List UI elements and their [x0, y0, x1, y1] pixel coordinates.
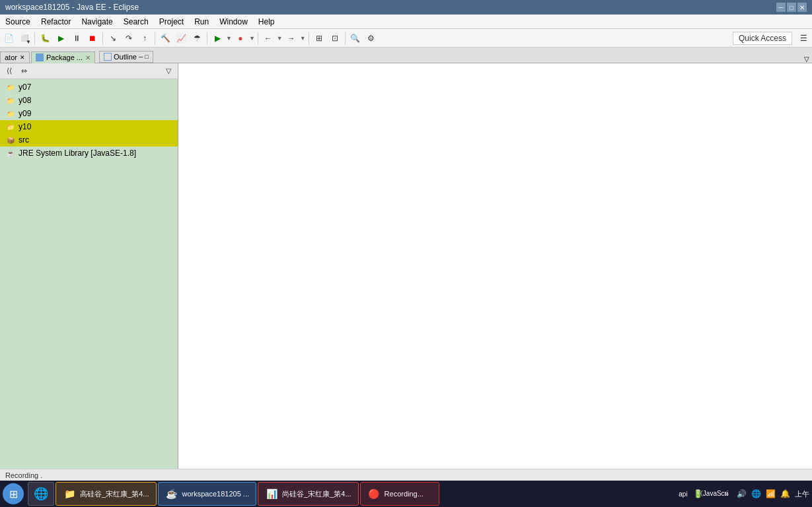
window-title: workspace181205 - Java EE - Eclipse — [5, 3, 776, 12]
tree-item-y08[interactable]: 📁 y08 — [0, 94, 178, 107]
menu-navigate[interactable]: Navigate — [76, 15, 118, 28]
toolbar-step-return-button[interactable]: ↑ — [137, 31, 152, 46]
tray-api-label: api — [677, 488, 689, 500]
menu-project[interactable]: Project — [154, 15, 189, 28]
taskbar-folder-icon: 📁 — [63, 487, 76, 500]
taskbar-eclipse-icon: ☕ — [165, 487, 178, 500]
library-icon-jre: ☕ — [5, 148, 16, 158]
tab-outline-maximize-button[interactable]: □ — [145, 53, 148, 60]
start-button[interactable]: ⊞ — [3, 483, 24, 504]
toolbar-pause-button[interactable]: ⏸ — [69, 31, 84, 46]
toolbar-perspective-icon[interactable]: ☰ — [796, 31, 811, 46]
toolbar-view-button[interactable]: ⊡ — [328, 31, 342, 46]
chrome-icon: 🌐 — [34, 487, 48, 501]
toolbar-build-button[interactable]: 🔨 — [158, 31, 172, 46]
menu-run[interactable]: Run — [189, 15, 214, 28]
tray-network-icon[interactable]: 🌐 — [750, 488, 762, 500]
tray-volume-icon[interactable]: 🔊 — [735, 488, 747, 500]
toolbar-ext-button2[interactable]: ● — [233, 31, 248, 46]
toolbar-more-button[interactable]: ⚙ — [364, 31, 379, 46]
package-explorer-icon — [36, 53, 44, 61]
close-button[interactable]: ✕ — [797, 3, 807, 12]
editor-area — [178, 63, 812, 469]
outline-icon — [104, 53, 112, 61]
minimize-button[interactable]: ─ — [776, 3, 786, 12]
taskbar-item-eclipse[interactable]: ☕ workspace181205 ... — [158, 482, 257, 506]
link-with-editor-button[interactable]: ⇔ — [17, 65, 30, 78]
toolbar-debug-button[interactable]: 🐛 — [38, 31, 52, 46]
toolbar-coverage-button[interactable]: ☂ — [190, 31, 204, 46]
panel-tabs-bar: ator ✕ Package ... ✕ Outline ─ □ ▽ — [0, 48, 812, 63]
tab-navigator-icon: ✕ — [20, 54, 25, 61]
recording-status: Recording . — [5, 471, 42, 479]
toolbar-search-button[interactable]: 🔍 — [348, 31, 363, 46]
toolbar-step-over-button[interactable]: ↷ — [122, 31, 136, 46]
menu-help[interactable]: Help — [253, 15, 280, 28]
toolbar-sep-6 — [309, 32, 309, 44]
toolbar-sep-5 — [258, 32, 258, 44]
toolbar-perspective-button[interactable]: ⊞ — [312, 31, 326, 46]
menu-bar: Source Refactor Navigate Search Project … — [0, 15, 812, 29]
tray-chevron-icon[interactable]: » — [721, 488, 733, 500]
toolbar-run-button[interactable]: ▶ — [54, 31, 68, 46]
tree-item-y10[interactable]: 📁 y10 — [0, 120, 178, 133]
taskbar-item-folder[interactable]: 📁 高硅谷_宋红康_第4... — [55, 482, 157, 506]
tree-item-y07[interactable]: 📁 y07 — [0, 81, 178, 94]
menu-search[interactable]: Search — [118, 15, 154, 28]
tree-item-y08-label: y08 — [18, 96, 31, 105]
package-explorer-toolbar: ⟨⟨ ⇔ ▽ — [0, 63, 178, 79]
tab-outline[interactable]: Outline ─ □ — [99, 51, 153, 63]
package-icon-src: 📦 — [5, 135, 16, 145]
toolbar-profile-button[interactable]: 📈 — [174, 31, 188, 46]
tray-wifi-icon[interactable]: 📶 — [764, 488, 776, 500]
taskbar-ppt-icon: 📊 — [265, 487, 278, 500]
system-tray: api 🔋 《JavaScri » 🔊 🌐 📶 🔔 — [677, 488, 791, 500]
folder-icon-y09: 📁 — [5, 108, 16, 119]
window-controls: ─ □ ✕ — [776, 3, 807, 12]
taskbar-tray-area: api 🔋 《JavaScri » 🔊 🌐 📶 🔔 上午 — [677, 488, 809, 500]
collapse-all-button[interactable]: ⟨⟨ — [3, 65, 16, 78]
folder-icon-y08: 📁 — [5, 95, 16, 106]
taskbar-folder-label: 高硅谷_宋红康_第4... — [80, 489, 149, 499]
tab-outline-label: Outline — [114, 53, 137, 61]
tab-navigator[interactable]: ator ✕ — [0, 51, 30, 63]
system-clock[interactable]: 上午 — [795, 489, 809, 499]
maximize-button[interactable]: □ — [787, 3, 796, 12]
taskbar-item-ppt[interactable]: 📊 尚硅谷_宋红康_第4... — [258, 482, 359, 506]
view-menu-button[interactable]: ▽ — [162, 65, 175, 78]
menu-refactor[interactable]: Refactor — [36, 15, 76, 28]
toolbar-back-button[interactable]: ← — [261, 31, 276, 46]
tree-item-src-label: src — [18, 135, 29, 145]
taskbar-ppt-label: 尚硅谷_宋红康_第4... — [282, 489, 351, 499]
tree-item-y09[interactable]: 📁 y09 — [0, 107, 178, 120]
package-explorer-panel: ⟨⟨ ⇔ ▽ 📁 y07 📁 y08 📁 y09 � — [0, 63, 178, 469]
panel-collapse-controls: ▽ — [804, 55, 812, 63]
taskbar-item-recording[interactable]: 🔴 Recording... — [360, 482, 439, 506]
main-toolbar: 📄 ⬜▼ 🐛 ▶ ⏸ ⏹ ↘ ↷ ↑ 🔨 📈 ☂ ▶ ▼ ● ▼ ← ▼ → ▼… — [0, 29, 812, 48]
panel-chevron-button[interactable]: ▽ — [804, 55, 809, 63]
toolbar-step-into-button[interactable]: ↘ — [106, 31, 120, 46]
toolbar-forward-button[interactable]: → — [284, 31, 299, 46]
tree-item-y07-label: y07 — [18, 83, 31, 92]
toolbar-run-ext-button[interactable]: ▶ — [210, 31, 225, 46]
package-explorer-tree: 📁 y07 📁 y08 📁 y09 📁 y10 📦 src — [0, 79, 178, 469]
toolbar-open-button[interactable]: ⬜▼ — [17, 31, 32, 46]
tree-item-src[interactable]: 📦 src — [0, 133, 178, 147]
taskbar-recording-label: Recording... — [385, 490, 424, 498]
toolbar-stop-button[interactable]: ⏹ — [85, 31, 100, 46]
toolbar-sep-4 — [207, 32, 207, 44]
tree-item-jre[interactable]: ☕ JRE System Library [JavaSE-1.8] — [0, 147, 178, 160]
taskbar-browser-icon[interactable]: 🌐 — [28, 482, 54, 506]
toolbar-new-button[interactable]: 📄 — [1, 31, 16, 46]
tree-item-jre-label: JRE System Library [JavaSE-1.8] — [18, 149, 136, 158]
tab-outline-minimize-button[interactable]: ─ — [139, 53, 143, 60]
quick-access-field[interactable]: Quick Access — [733, 32, 792, 45]
tab-package-explorer-label: Package ... — [46, 53, 83, 61]
tab-package-close-icon[interactable]: ✕ — [85, 54, 91, 61]
menu-source[interactable]: Source — [0, 15, 36, 28]
tab-package-explorer[interactable]: Package ... ✕ — [31, 51, 95, 63]
tray-notification-icon[interactable]: 🔔 — [779, 488, 791, 500]
tab-navigator-label: ator — [5, 53, 17, 61]
menu-window[interactable]: Window — [214, 15, 253, 28]
tree-item-y10-label: y10 — [18, 122, 31, 131]
